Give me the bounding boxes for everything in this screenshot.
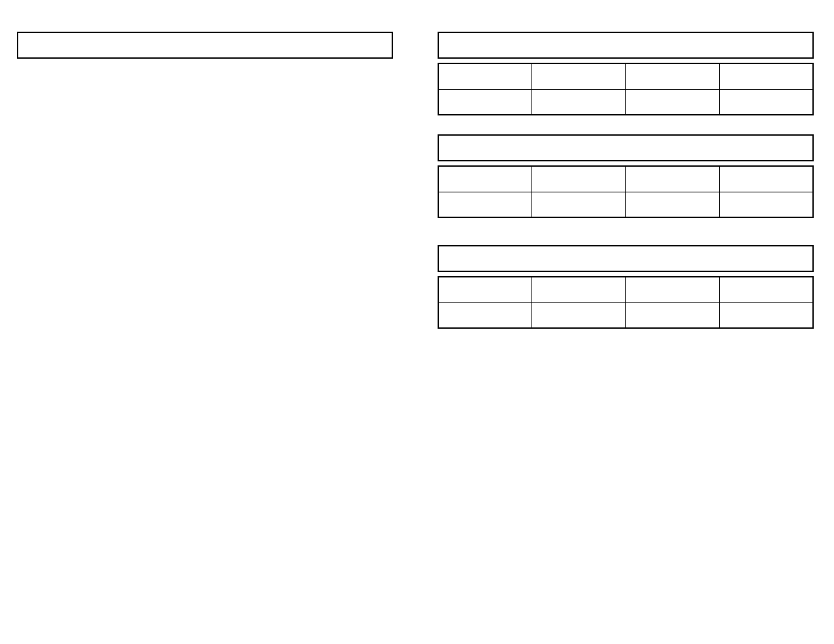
table-cell (438, 166, 532, 192)
table-cell (438, 63, 532, 89)
table-cell (438, 277, 532, 302)
table-group-1 (438, 32, 814, 115)
table-cell (532, 166, 626, 192)
table-cell (532, 89, 626, 115)
table-group-2 (438, 134, 814, 218)
table-cell (532, 277, 626, 302)
table-cell (532, 192, 626, 217)
table-cell (719, 192, 813, 217)
table-cell (438, 192, 532, 217)
table-cell (626, 277, 720, 302)
table-header-1 (438, 32, 814, 59)
table-cell (719, 166, 813, 192)
table-cell (719, 89, 813, 115)
table-row (438, 192, 813, 217)
table-cell (719, 302, 813, 328)
table-group-3 (438, 245, 814, 329)
table-cell (626, 166, 720, 192)
table-cell (532, 302, 626, 328)
table-cell (626, 63, 720, 89)
table-row (438, 166, 813, 192)
table-cell (719, 277, 813, 302)
table-2 (438, 165, 814, 218)
table-cell (532, 63, 626, 89)
table-cell (626, 302, 720, 328)
table-cell (626, 89, 720, 115)
left-header-box (17, 32, 393, 59)
table-3 (438, 276, 814, 329)
table-row (438, 89, 813, 115)
table-cell (626, 192, 720, 217)
table-row (438, 277, 813, 302)
table-1 (438, 63, 814, 115)
table-header-3 (438, 245, 814, 272)
table-row (438, 302, 813, 328)
table-cell (719, 63, 813, 89)
table-cell (438, 89, 532, 115)
table-row (438, 63, 813, 89)
table-cell (438, 302, 532, 328)
table-header-2 (438, 134, 814, 161)
